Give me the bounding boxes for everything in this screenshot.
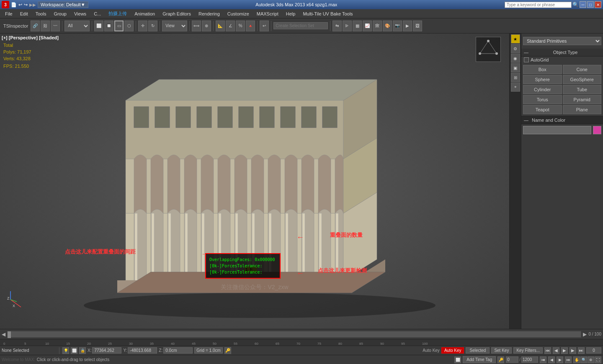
timeline-thumb[interactable] xyxy=(8,331,11,338)
status-lock-icon[interactable]: 🔒 xyxy=(79,347,86,354)
pan-btn[interactable]: ✋ xyxy=(573,356,580,363)
link-btn[interactable]: 🔗 xyxy=(31,21,40,31)
mirror-btn[interactable]: ⇆ xyxy=(332,21,342,31)
go-start-btn[interactable]: ⏮ xyxy=(544,347,551,354)
select-object-btn[interactable]: ⬜ xyxy=(94,21,103,31)
pyramid-btn[interactable]: Pyramid xyxy=(563,95,602,104)
menu-edit[interactable]: Edit xyxy=(17,10,31,17)
lock-key-btn[interactable]: 🔑 xyxy=(224,347,231,354)
menu-views[interactable]: Views xyxy=(71,10,90,17)
material-editor[interactable]: 🎨 xyxy=(383,21,392,31)
z-value[interactable]: 0.0cm xyxy=(163,347,193,354)
teapot-btn[interactable]: Teapot xyxy=(523,105,562,114)
add-time-tag-btn[interactable]: Add Time Tag xyxy=(463,356,496,363)
frame-input[interactable] xyxy=(586,347,601,354)
filter-dropdown[interactable]: All xyxy=(64,21,90,31)
menu-bake-tools[interactable]: Multi-Tile UV Bake Tools xyxy=(299,10,356,17)
percent-snap[interactable]: % xyxy=(236,21,245,31)
bottom-frame-input[interactable] xyxy=(506,356,518,363)
box-btn[interactable]: Box xyxy=(523,65,562,74)
menu-tools[interactable]: Tools xyxy=(32,10,50,17)
angle-snap[interactable]: ∠ xyxy=(226,21,235,31)
unlink-btn[interactable]: ⛓ xyxy=(41,21,50,31)
search-btn[interactable]: 🔍 xyxy=(572,2,579,8)
render-setup[interactable]: 📷 xyxy=(393,21,402,31)
fence-select-btn[interactable]: ⬡ xyxy=(124,21,134,31)
key-icon[interactable]: 🔑 xyxy=(497,356,504,363)
minimize-btn[interactable]: ─ xyxy=(580,1,586,8)
undo-scene[interactable]: ↩ xyxy=(260,21,269,31)
next-frame-btn[interactable]: ▶ xyxy=(570,347,576,354)
object-name-input[interactable] xyxy=(523,126,591,134)
menu-c[interactable]: C... xyxy=(90,10,104,17)
autokey-toggle[interactable]: Auto Key xyxy=(441,347,464,354)
menu-maxscript[interactable]: MAXScript xyxy=(253,10,282,17)
reference-coord[interactable]: ⊕ xyxy=(202,21,211,31)
torus-btn[interactable]: Torus xyxy=(523,95,562,104)
zoom-btn[interactable]: 🔍 xyxy=(580,356,587,363)
create-selection-input[interactable] xyxy=(273,22,328,29)
timeline-nav-left[interactable]: ◀ xyxy=(2,331,5,337)
menu-help[interactable]: Help xyxy=(283,10,299,17)
display-panel-icon[interactable]: ⊞ xyxy=(511,73,520,82)
tube-btn[interactable]: Tube xyxy=(563,85,602,94)
status-light-icon[interactable]: 💡 xyxy=(62,347,69,354)
go-end-btn[interactable]: ⏭ xyxy=(578,347,585,354)
menu-group[interactable]: Group xyxy=(50,10,70,17)
timeline-slider[interactable] xyxy=(7,331,581,338)
menu-upload[interactable]: 拍摄上传 xyxy=(105,10,130,18)
curve-editor[interactable]: 📈 xyxy=(363,21,372,31)
key-filters-btn[interactable]: Key Filters... xyxy=(513,347,543,354)
play-btn[interactable]: ▶ xyxy=(561,347,568,354)
sphere-btn[interactable]: Sphere xyxy=(523,75,562,84)
bottom-nav1[interactable]: ⏮ xyxy=(540,356,546,363)
scale-btn[interactable]: ⟺ xyxy=(192,21,201,31)
menu-graph-editors[interactable]: Graph Editors xyxy=(159,10,194,17)
hierarchy-panel-icon[interactable]: ◉ xyxy=(511,54,520,63)
plane-btn[interactable]: Plane xyxy=(563,105,602,114)
bottom-nav3[interactable]: ▶ xyxy=(557,356,563,363)
viewport-3d[interactable]: [+] [Perspective] [Shaded] Total Polys: … xyxy=(0,33,509,329)
snap-toggle[interactable]: 📐 xyxy=(216,21,225,31)
primitives-dropdown[interactable]: Standard Primitives Extended Primitives … xyxy=(523,37,601,45)
move-btn[interactable]: ✛ xyxy=(138,21,147,31)
bind-space-warp[interactable]: 〰 xyxy=(51,21,60,31)
set-key-btn[interactable]: Set Key xyxy=(491,347,512,354)
create-panel-icon[interactable]: ★ xyxy=(511,34,520,44)
status-view-icon[interactable]: ⬜ xyxy=(71,347,77,354)
workspace-dropdown[interactable]: Workspace: Default▼ xyxy=(38,1,88,8)
maximize-btn[interactable]: □ xyxy=(587,1,594,8)
select-by-name-btn[interactable]: 🔲 xyxy=(104,21,113,31)
search-input[interactable] xyxy=(505,2,572,8)
maximize-vp-btn[interactable]: ⛶ xyxy=(595,356,601,363)
layer-mgr[interactable]: ▦ xyxy=(353,21,362,31)
spinner-snap[interactable]: 🔺 xyxy=(246,21,255,31)
rect-select-btn[interactable]: ▭ xyxy=(114,21,124,31)
timeline-nav-right[interactable]: ▶ xyxy=(583,331,587,337)
autogrid-checkbox[interactable] xyxy=(524,57,529,62)
bottom-frame-total[interactable] xyxy=(521,356,538,363)
menu-rendering[interactable]: Rendering xyxy=(195,10,223,17)
bottom-nav2[interactable]: ◀ xyxy=(548,356,555,363)
object-color-swatch[interactable] xyxy=(593,126,601,134)
motion-panel-icon[interactable]: ▣ xyxy=(511,63,520,72)
close-btn[interactable]: ✕ xyxy=(595,1,601,8)
menu-customize[interactable]: Customize xyxy=(224,10,253,17)
menu-file[interactable]: File xyxy=(2,10,16,17)
file-icon[interactable]: 📄 xyxy=(11,2,17,8)
modify-panel-icon[interactable]: ⚙ xyxy=(511,44,520,53)
schematic-view[interactable]: 🕸 xyxy=(373,21,382,31)
y-value[interactable]: -48013.668 xyxy=(128,347,157,354)
object-type-minus[interactable]: — xyxy=(524,50,528,55)
utilities-panel-icon[interactable]: ⌖ xyxy=(511,82,520,92)
name-color-minus[interactable]: — xyxy=(524,118,528,123)
zoom-all-btn[interactable]: ⊕ xyxy=(588,356,594,363)
align-btn[interactable]: ⫸ xyxy=(343,21,352,31)
rotate-btn[interactable]: ↻ xyxy=(148,21,157,31)
view-dropdown[interactable]: View xyxy=(162,21,187,31)
menu-animation[interactable]: Animation xyxy=(131,10,158,17)
geosphere-btn[interactable]: GeoSphere xyxy=(563,75,602,84)
render-btn[interactable]: ▶ xyxy=(403,21,412,31)
bottom-nav4[interactable]: ⏭ xyxy=(565,356,572,363)
render-active[interactable]: 🖼 xyxy=(413,21,422,31)
